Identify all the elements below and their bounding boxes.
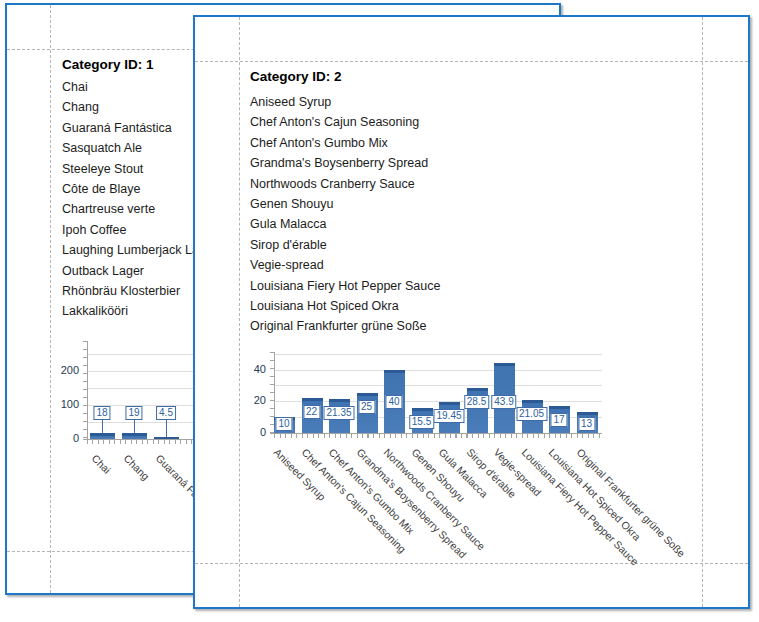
bar <box>154 437 179 439</box>
bar-value-label: 18 <box>93 406 110 420</box>
bar-value-label: 4.5 <box>156 406 176 420</box>
y-tick-label: 100 <box>45 398 79 410</box>
value-label-connector <box>102 420 103 433</box>
bar-value-label: 25 <box>358 400 375 414</box>
y-axis-line <box>87 341 88 439</box>
y-tick-label: 200 <box>45 364 79 376</box>
bar-value-label: 43.9 <box>491 395 516 409</box>
value-label-connector <box>166 420 167 437</box>
bar-value-label: 28.5 <box>464 395 489 409</box>
value-label-connector <box>134 420 135 433</box>
bar-value-label: 17 <box>550 413 567 427</box>
bar-value-label: 19.45 <box>433 409 464 423</box>
bar-chart: 0204010Aniseed Syrup22Chef Anton's Cajun… <box>195 17 748 607</box>
bar <box>122 433 147 439</box>
gridline <box>274 385 602 386</box>
bar-value-label: 22 <box>303 405 320 419</box>
bar-value-label: 40 <box>385 395 402 409</box>
y-tick-label: 40 <box>232 363 266 375</box>
bar-value-label: 21.05 <box>516 407 547 421</box>
y-tick-label: 0 <box>45 432 79 444</box>
x-axis-ticks <box>274 434 602 438</box>
bar-value-label: 21.35 <box>323 406 354 420</box>
y-tick-label: 0 <box>232 426 266 438</box>
bar-value-label: 19 <box>125 406 142 420</box>
y-tick-label: 20 <box>232 394 266 406</box>
bar-value-label: 10 <box>275 417 292 431</box>
bar <box>90 433 115 439</box>
gridline <box>274 354 602 355</box>
x-category-label: Louisiana Fiery Hot Pepper Sauce <box>519 446 641 568</box>
report-preview-canvas: { "colors": { "page_border": "#1e78c8", … <box>0 0 759 622</box>
gridline <box>274 401 602 402</box>
x-category-label: Chai <box>90 452 114 476</box>
bar-value-label: 13 <box>578 417 595 431</box>
report-page-2[interactable]: Category ID: 2 Aniseed SyrupChef Anton's… <box>193 15 750 609</box>
x-category-label: Chang <box>122 452 152 482</box>
y-axis-ticks <box>83 341 87 439</box>
gridline <box>274 370 602 371</box>
bar-value-label: 15.5 <box>409 415 434 429</box>
x-category-label: Original Frankfurter grüne Soße <box>574 446 687 559</box>
